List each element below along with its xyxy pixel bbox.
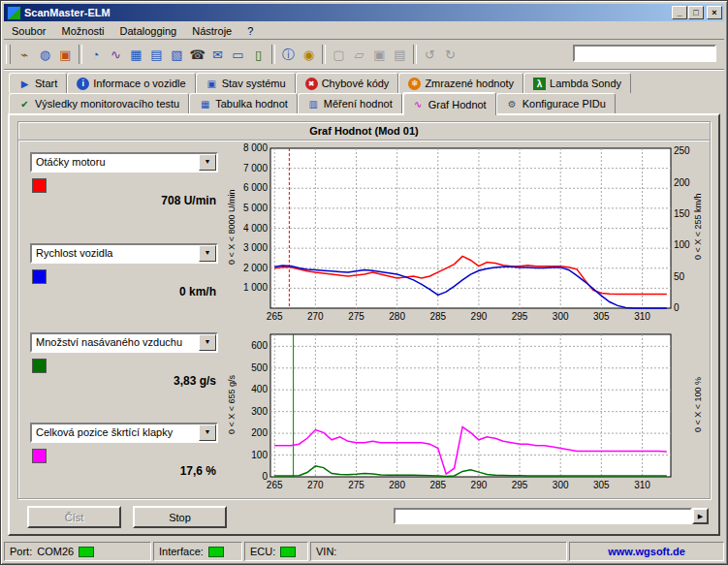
freeze-frame-icon: ❄ — [408, 78, 421, 90]
tab-start[interactable]: ▶ Start — [9, 73, 67, 93]
status-ecu: ECU: — [244, 542, 308, 561]
toolbar-separator — [79, 45, 82, 64]
pid-value-2: 0 km/h — [179, 285, 216, 298]
status-vin: VIN: — [310, 542, 567, 561]
svg-text:200: 200 — [674, 177, 690, 188]
phone-icon[interactable]: ☎ — [187, 45, 207, 65]
tab-stav-systemu[interactable]: ▣ Stav systému — [196, 73, 296, 93]
tab-label: Výsledky monitorovacího testu — [35, 98, 179, 110]
tab-informace-o-vozidle[interactable]: i Informace o vozidle — [67, 73, 195, 93]
port-led — [79, 547, 94, 557]
svg-text:300: 300 — [553, 480, 569, 490]
chip-icon[interactable]: ▣ — [55, 45, 76, 65]
app-window: ScanMaster-ELM _ □ × Soubor Možnosti Dat… — [0, 0, 728, 565]
connect-icon[interactable]: ⌁ — [15, 45, 35, 65]
svg-text:305: 305 — [593, 480, 610, 490]
tab-label: Graf Hodnot — [428, 99, 487, 110]
car-info-icon: i — [77, 78, 89, 90]
toolbar-grip[interactable] — [6, 45, 11, 64]
chevron-down-icon[interactable]: ▼ — [199, 334, 216, 351]
globe-icon[interactable]: ◍ — [35, 45, 55, 65]
tab-konfigurace-pidu[interactable]: ⚙ Konfigurace PIDu — [496, 93, 616, 113]
svg-text:290: 290 — [471, 480, 488, 490]
combo-selected-value: Otáčky motoru — [32, 154, 199, 171]
status-port: Port: COM26 — [4, 542, 151, 561]
svg-text:295: 295 — [512, 480, 528, 490]
monitor-icon[interactable]: ▭ — [228, 45, 248, 65]
svg-text:310: 310 — [634, 311, 650, 322]
system-status-icon: ▣ — [206, 78, 218, 90]
chevron-down-icon[interactable]: ▼ — [199, 245, 216, 262]
save-icon: ▣ — [369, 45, 390, 65]
svg-text:270: 270 — [307, 480, 324, 490]
svg-text:300: 300 — [251, 406, 268, 417]
battery-icon[interactable]: ▯ — [248, 45, 269, 65]
menu-soubor[interactable]: Soubor — [4, 23, 53, 39]
minimize-button[interactable]: _ — [672, 6, 687, 19]
vin-label: VIN: — [316, 546, 336, 557]
interface-led — [208, 547, 224, 557]
menu-nastroje[interactable]: Nástroje — [184, 23, 239, 39]
svg-text:280: 280 — [389, 311, 405, 322]
svg-text:270: 270 — [307, 311, 324, 322]
tab-label: Měření hodnot — [324, 98, 393, 110]
tab-vysledky-monitorovaciho-testu[interactable]: ✔ Výsledky monitorovacího testu — [9, 93, 189, 113]
status-interface: Interface: — [153, 542, 242, 561]
menu-datalogging[interactable]: Datalogging — [112, 23, 185, 39]
svg-text:1 000: 1 000 — [243, 282, 268, 293]
values-measure-icon: ▥ — [307, 98, 320, 110]
tab-page-graf-hodnot: Graf Hodnot (Mod 01) Otáčky motoru ▼ 708… — [8, 113, 720, 536]
gauge-icon[interactable]: ◔ — [85, 45, 106, 65]
chart-scrollbar[interactable]: ▶ — [394, 508, 709, 524]
chevron-down-icon[interactable]: ▼ — [199, 154, 216, 171]
title-bar[interactable]: ScanMaster-ELM _ □ × — [4, 4, 724, 21]
toolbar-input[interactable] — [573, 45, 716, 62]
tab-graf-hodnot[interactable]: ∿ Graf Hodnot — [402, 92, 496, 115]
svg-text:275: 275 — [348, 311, 364, 322]
scroll-right-button[interactable]: ▶ — [692, 508, 709, 524]
start-icon: ▶ — [18, 78, 31, 90]
svg-text:275: 275 — [348, 480, 364, 490]
status-bar: Port: COM26 Interface: ECU: VIN: www.wgs… — [4, 540, 724, 561]
website-link[interactable]: www.wgsoft.de — [608, 546, 685, 557]
svg-text:50: 50 — [674, 271, 685, 282]
values-list-icon[interactable]: ▤ — [146, 45, 167, 65]
toolbar-separator — [322, 45, 326, 64]
stop-button[interactable]: Stop — [133, 506, 227, 528]
menu-bar: Soubor Možnosti Datalogging Nástroje ? — [4, 21, 724, 41]
svg-text:295: 295 — [512, 311, 528, 322]
combo-selected-value: Celková pozice škrtící klapky — [32, 424, 199, 441]
table-icon[interactable]: ▦ — [126, 45, 146, 65]
monitor-test-icon: ✔ — [18, 98, 31, 110]
tab-row-2: ✔ Výsledky monitorovacího testu ▦ Tabulk… — [9, 93, 616, 113]
tab-tabulka-hodnot[interactable]: ▦ Tabulka hodnot — [189, 93, 298, 113]
pid-select-3[interactable]: Množství nasávaného vzduchu ▼ — [30, 332, 218, 353]
tab-mereni-hodnot[interactable]: ▥ Měření hodnot — [298, 93, 402, 113]
chevron-down-icon[interactable]: ▼ — [199, 424, 216, 441]
port-label: Port: — [10, 546, 32, 557]
pid-select-2[interactable]: Rychlost vozidla ▼ — [30, 243, 218, 264]
svg-text:285: 285 — [429, 480, 446, 490]
scrollbar-track[interactable] — [394, 508, 692, 524]
pid-select-4[interactable]: Celková pozice škrtící klapky ▼ — [30, 423, 218, 443]
graph-icon[interactable]: ∿ — [106, 45, 126, 65]
license-icon[interactable]: ◉ — [299, 45, 319, 65]
tab-chybove-kody[interactable]: ✖ Chybové kódy — [296, 73, 399, 93]
info-icon[interactable]: ⓘ — [278, 45, 299, 65]
selector-block-3: Množství nasávaného vzduchu ▼ 3,83 g/s — [30, 332, 218, 392]
pid-value-1: 708 U/min — [161, 194, 216, 207]
message-icon[interactable]: ✉ — [207, 45, 228, 65]
menu-help[interactable]: ? — [239, 23, 261, 39]
read-button[interactable]: Číst — [27, 506, 121, 528]
close-button[interactable]: × — [707, 6, 722, 19]
svg-text:280: 280 — [389, 480, 405, 490]
values-table-icon: ▦ — [199, 98, 211, 110]
pid-select-1[interactable]: Otáčky motoru ▼ — [30, 152, 218, 173]
tab-zmrazene-hodnoty[interactable]: ❄ Zmrazené hodnoty — [398, 73, 523, 93]
svg-text:4 000: 4 000 — [243, 223, 268, 234]
menu-moznosti[interactable]: Možnosti — [53, 23, 111, 39]
tab-lambda-sondy[interactable]: λ Lambda Sondy — [523, 73, 631, 93]
svg-text:100: 100 — [251, 450, 268, 460]
dtc-icon[interactable]: ▧ — [167, 45, 187, 65]
maximize-button[interactable]: □ — [688, 6, 704, 19]
